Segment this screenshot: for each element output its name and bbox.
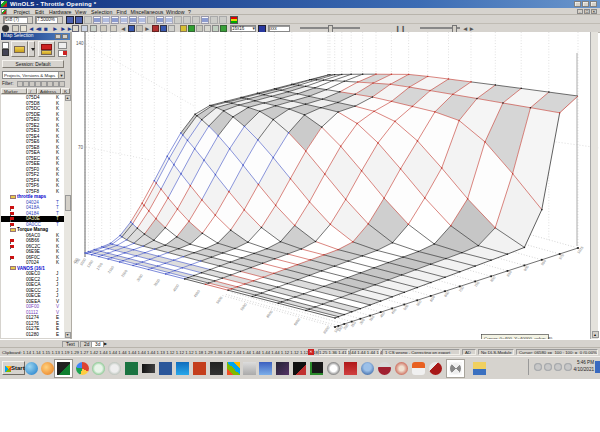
svg-text:8000: 8000 bbox=[323, 326, 331, 335]
svg-text:140: 140 bbox=[76, 41, 84, 46]
svg-text:70: 70 bbox=[78, 145, 84, 150]
svg-text:1700: 1700 bbox=[96, 262, 104, 271]
svg-text:5500: 5500 bbox=[240, 303, 248, 312]
svg-text:5000: 5000 bbox=[216, 296, 224, 305]
svg-text:6000: 6000 bbox=[266, 310, 274, 319]
svg-text:1025: 1025 bbox=[577, 246, 585, 255]
svg-text:4500: 4500 bbox=[193, 289, 201, 298]
svg-text:3000: 3000 bbox=[136, 274, 144, 283]
svg-text:3500: 3500 bbox=[153, 278, 161, 287]
svg-text:2500: 2500 bbox=[121, 269, 129, 278]
svg-text:2100: 2100 bbox=[107, 265, 115, 274]
svg-text:1300: 1300 bbox=[86, 260, 94, 269]
svg-text:4000: 4000 bbox=[172, 284, 180, 293]
svg-text:6800: 6800 bbox=[293, 318, 301, 327]
